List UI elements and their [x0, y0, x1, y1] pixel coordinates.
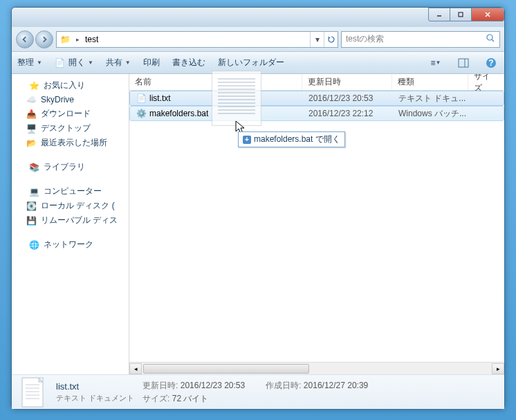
- desktop-icon: 🖥️: [26, 123, 37, 134]
- close-button[interactable]: [471, 8, 504, 21]
- open-icon: 📄: [55, 57, 66, 69]
- address-bar[interactable]: 📁 ▸ test ▾: [56, 31, 338, 48]
- file-thumbnail-icon: [19, 378, 48, 407]
- back-button[interactable]: [16, 30, 34, 48]
- navigation-pane: ⭐お気に入り ☁️SkyDrive 📥ダウンロード 🖥️デスクトップ 📂最近表示…: [12, 74, 129, 374]
- sidebar-downloads[interactable]: 📥ダウンロード: [12, 107, 129, 121]
- open-menu[interactable]: 📄開く ▼: [55, 57, 93, 69]
- sidebar-network[interactable]: 🌐ネットワーク: [12, 237, 129, 252]
- cloud-icon: ☁️: [26, 94, 37, 105]
- explorer-window: 📁 ▸ test ▾ testの検索 整理 ▼ 📄開く ▼ 共有 ▼ 印刷 書き…: [11, 7, 505, 410]
- computer-icon: 💻: [28, 186, 39, 197]
- sidebar-desktop[interactable]: 🖥️デスクトップ: [12, 121, 129, 136]
- minimize-button[interactable]: [428, 8, 450, 21]
- plus-icon: +: [243, 136, 251, 144]
- column-type[interactable]: 種類: [392, 74, 468, 90]
- column-size[interactable]: サイズ: [468, 74, 504, 90]
- network-icon: 🌐: [28, 239, 39, 250]
- newfolder-button[interactable]: 新しいフォルダー: [218, 57, 284, 69]
- view-options-button[interactable]: ≡▼: [428, 56, 443, 70]
- svg-text:?: ?: [488, 58, 493, 68]
- svg-line-5: [492, 39, 494, 42]
- share-menu[interactable]: 共有 ▼: [106, 57, 131, 69]
- address-dropdown-button[interactable]: ▾: [310, 32, 324, 47]
- column-headers: 名前 更新日時 種類 サイズ: [129, 74, 504, 91]
- details-filename: list.txt: [56, 381, 134, 392]
- drop-tooltip: + makefolders.bat で開く: [238, 131, 345, 147]
- sidebar-recent[interactable]: 📂最近表示した場所: [12, 136, 129, 150]
- file-row[interactable]: 📄list.txt 2016/12/23 20:53 テキスト ドキュ...: [129, 91, 504, 106]
- batch-file-icon: ⚙️: [136, 108, 147, 119]
- star-icon: ⭐: [28, 80, 39, 91]
- scroll-right-button[interactable]: ▸: [492, 363, 504, 374]
- sidebar-libraries[interactable]: 📚ライブラリ: [12, 160, 129, 174]
- titlebar[interactable]: [12, 8, 504, 27]
- downloads-icon: 📥: [26, 109, 37, 120]
- breadcrumb-arrow-icon[interactable]: ▸: [76, 36, 80, 43]
- navbar: 📁 ▸ test ▾ testの検索: [12, 27, 504, 52]
- disk-icon: 💽: [26, 201, 37, 212]
- sidebar-removable[interactable]: 💾リムーバブル ディス: [12, 213, 129, 228]
- recent-icon: 📂: [26, 138, 37, 149]
- svg-point-4: [487, 35, 492, 40]
- details-filetype: テキスト ドキュメント: [56, 393, 134, 403]
- search-input[interactable]: testの検索: [341, 31, 500, 48]
- forward-button[interactable]: [35, 30, 53, 48]
- sidebar-skydrive[interactable]: ☁️SkyDrive: [12, 93, 129, 107]
- file-list-pane: 名前 更新日時 種類 サイズ 📄list.txt 2016/12/23 20:5…: [129, 74, 504, 374]
- svg-rect-1: [459, 12, 463, 17]
- preview-pane-button[interactable]: [456, 56, 471, 70]
- column-date[interactable]: 更新日時: [302, 74, 392, 90]
- scroll-thumb[interactable]: [143, 364, 309, 374]
- breadcrumb-folder[interactable]: test: [82, 32, 101, 47]
- sidebar-computer[interactable]: 💻コンピューター: [12, 184, 129, 199]
- scroll-left-button[interactable]: ◂: [129, 363, 142, 374]
- file-row[interactable]: ⚙️makefolders.bat 2016/12/23 22:12 Windo…: [129, 106, 504, 121]
- maximize-button[interactable]: [450, 8, 472, 21]
- removable-icon: 💾: [26, 215, 37, 226]
- library-icon: 📚: [28, 162, 39, 173]
- sidebar-localdisk[interactable]: 💽ローカル ディスク (: [12, 199, 129, 213]
- refresh-button[interactable]: [324, 32, 338, 47]
- burn-button[interactable]: 書き込む: [172, 57, 205, 69]
- details-pane: list.txt テキスト ドキュメント 更新日時: 2016/12/23 20…: [12, 374, 504, 409]
- folder-icon: 📁: [59, 34, 71, 45]
- search-icon: [486, 33, 495, 45]
- svg-rect-6: [459, 59, 468, 67]
- horizontal-scrollbar[interactable]: ◂ ▸: [129, 362, 504, 374]
- sidebar-favorites[interactable]: ⭐お気に入り: [12, 78, 129, 93]
- organize-menu[interactable]: 整理 ▼: [17, 57, 42, 69]
- print-button[interactable]: 印刷: [143, 57, 160, 69]
- text-file-icon: 📄: [136, 93, 147, 104]
- drag-ghost-icon: [212, 71, 261, 126]
- help-button[interactable]: ?: [483, 56, 499, 70]
- search-placeholder: testの検索: [346, 33, 384, 45]
